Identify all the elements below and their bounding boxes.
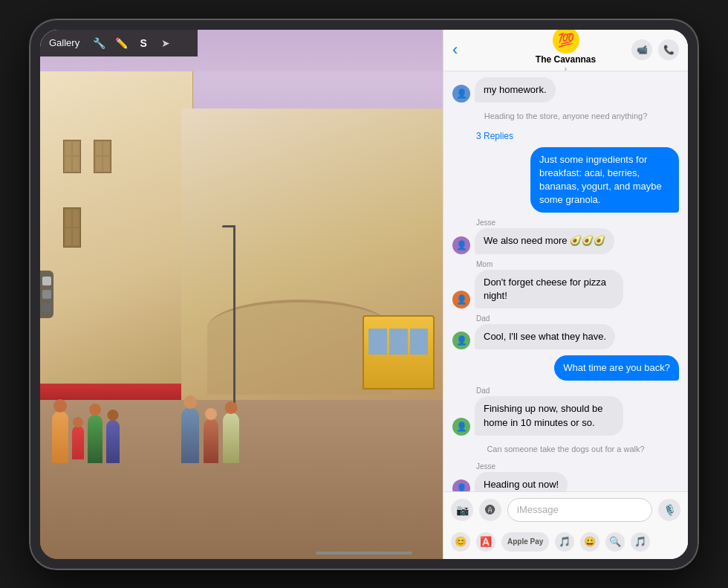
bubble: my homework.: [475, 77, 556, 103]
bubble: Heading out now!: [475, 472, 568, 491]
home-indicator: [316, 552, 412, 555]
message-input[interactable]: iMessage: [507, 498, 652, 522]
voice-button[interactable]: 🎙️: [658, 499, 680, 521]
bubble: Cool, I'll see what they have.: [475, 324, 615, 349]
avatar: 👤: [452, 479, 470, 491]
apps-button[interactable]: 🅐: [479, 499, 501, 521]
msg-content: 👤 Don't forget cheese for pizza night!: [452, 270, 623, 308]
emoji-icon[interactable]: 😀: [580, 532, 599, 552]
system-message-dogs: Can someone take the dogs out for a walk…: [452, 442, 679, 456]
apple-pay-icon[interactable]: Apple Pay: [501, 532, 549, 552]
msg-content: 👤 Cool, I'll see what they have.: [452, 324, 615, 349]
message-row-sent2: What time are you back?: [452, 355, 679, 381]
sender-label: Jesse: [476, 219, 495, 227]
avatar: 👤: [452, 332, 470, 349]
avatar: 👤: [452, 291, 470, 308]
lamp-post: [233, 225, 235, 410]
video-icon[interactable]: 📹: [631, 39, 652, 60]
message-row-jesse2: Jesse 👤 Heading out now!: [452, 462, 679, 491]
replies-label[interactable]: 3 Replies: [476, 131, 679, 141]
crowd: [52, 411, 120, 463]
msg-content: 👤 my homework.: [452, 77, 556, 103]
message-row-sent: Just some ingredients for breakfast: aca…: [452, 147, 679, 213]
apps-row: 😊 🅰️ Apple Pay 🎵 😀 🔍 🎵: [443, 528, 688, 559]
bubble: Don't forget cheese for pizza night!: [475, 270, 623, 308]
tram: [363, 315, 435, 390]
msg-content: 👤 We also need more 🥑🥑🥑: [452, 228, 614, 253]
building-left: [40, 71, 193, 410]
avatar: 👤: [452, 236, 470, 254]
ipad-screen: Gallery 🔧 ✏️ S ➤: [40, 30, 688, 559]
bubble: Finishing up now, should be home in 10 m…: [475, 396, 623, 435]
gallery-label[interactable]: Gallery: [49, 37, 79, 48]
illustration: [40, 30, 443, 559]
messages-input-area: 📷 🅐 iMessage 🎙️ 😊 🅰️ Apple Pay 🎵 😀 🔍: [443, 491, 688, 559]
tool-3[interactable]: [42, 303, 51, 312]
message-row: 👤 my homework.: [452, 77, 679, 103]
messages-toolbar: 📹 📞: [631, 39, 679, 60]
drawing-app: Gallery 🔧 ✏️ S ➤: [40, 30, 443, 559]
tool-1[interactable]: [42, 277, 51, 285]
avatar: 👤: [452, 85, 470, 103]
drawing-toolbar: Gallery 🔧 ✏️ S ➤: [40, 30, 198, 56]
ipad-frame: Gallery 🔧 ✏️ S ➤: [30, 19, 698, 569]
search-icon[interactable]: 🔍: [605, 532, 625, 552]
messages-panel: ‹ 💯 The Cavannas › 📹 📞 👤 my homewo: [443, 30, 688, 559]
back-button[interactable]: ‹: [452, 40, 458, 59]
msg-content: 👤 Finishing up now, should be home in 10…: [452, 396, 623, 435]
bubble-sent: Just some ingredients for breakfast: aca…: [530, 147, 679, 213]
audio-icon[interactable]: 🎵: [631, 532, 650, 552]
input-placeholder: iMessage: [517, 504, 559, 515]
camera-button[interactable]: 📷: [451, 499, 473, 521]
messages-header: ‹ 💯 The Cavannas › 📹 📞: [443, 30, 688, 71]
system-message: Heading to the store, anyone need anythi…: [452, 109, 679, 123]
sender-label: Mom: [476, 260, 493, 268]
left-toolbar: [40, 271, 53, 318]
group-avatar: 💯: [553, 30, 579, 54]
message-row-dad: Dad 👤 Cool, I'll see what they have.: [452, 314, 679, 349]
avatar: 👤: [452, 418, 470, 436]
input-row: 📷 🅐 iMessage 🎙️: [443, 492, 688, 528]
message-row-mom: Mom 👤 Don't forget cheese for pizza nigh…: [452, 260, 679, 308]
s-icon[interactable]: S: [136, 36, 151, 51]
arrow-icon[interactable]: ➤: [158, 36, 173, 51]
phone-icon[interactable]: 📞: [658, 39, 679, 60]
bubble-sent: What time are you back?: [554, 355, 679, 381]
wrench-icon[interactable]: 🔧: [91, 36, 106, 51]
sender-label: Jesse: [476, 462, 495, 471]
tool-2[interactable]: [42, 290, 51, 299]
bubble: We also need more 🥑🥑🥑: [475, 228, 614, 253]
messages-list: 👤 my homework. Heading to the store, any…: [443, 71, 688, 491]
pencil-icon[interactable]: ✏️: [114, 36, 129, 51]
sender-label: Dad: [476, 387, 490, 395]
message-row-jesse: Jesse 👤 We also need more 🥑🥑🥑: [452, 219, 679, 253]
group-info[interactable]: 💯 The Cavannas ›: [536, 30, 596, 74]
message-row-dad2: Dad 👤 Finishing up now, should be home i…: [452, 387, 679, 435]
appstore-icon[interactable]: 🅰️: [476, 532, 495, 552]
memoji-icon[interactable]: 😊: [451, 532, 470, 552]
group-chevron: ›: [565, 65, 567, 73]
msg-content: 👤 Heading out now!: [452, 472, 568, 491]
group-name: The Cavannas: [536, 54, 596, 65]
crowd-right: [181, 407, 239, 463]
sender-label: Dad: [476, 314, 490, 323]
music-icon[interactable]: 🎵: [555, 532, 574, 552]
